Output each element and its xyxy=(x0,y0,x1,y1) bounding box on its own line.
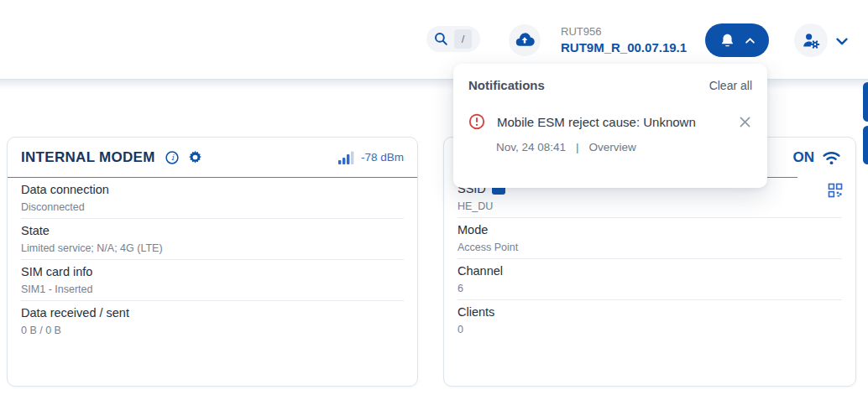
signal-bars-icon xyxy=(338,151,356,164)
row-value: Access Point xyxy=(458,242,842,254)
row-value: Limited service; N/A; 4G (LTE) xyxy=(21,242,404,255)
side-panel-button-top[interactable] xyxy=(863,82,868,122)
notification-item: Mobile ESM reject cause: Unknown xyxy=(468,113,752,130)
row-label: Clients xyxy=(458,305,842,320)
wifi-status-label: ON xyxy=(793,149,815,166)
row-value: HE_DU xyxy=(458,200,842,213)
table-row: Channel 6 xyxy=(458,259,842,300)
search-shortcut-key: / xyxy=(454,29,472,49)
row-label: State xyxy=(21,224,404,238)
device-firmware-link[interactable]: RUT9M_R_00.07.19.1 xyxy=(561,41,687,54)
clear-all-button[interactable]: Clear all xyxy=(709,79,752,92)
table-row: Clients 0 xyxy=(458,300,842,340)
qr-code-icon xyxy=(827,182,844,199)
meta-separator: | xyxy=(576,141,579,153)
row-value: Disconnected xyxy=(21,201,404,214)
row-value: 0 B / 0 B xyxy=(21,325,404,337)
user-menu-button[interactable] xyxy=(794,23,828,57)
close-notification-button[interactable] xyxy=(738,115,752,129)
modem-card-title: INTERNAL MODEM xyxy=(21,149,155,166)
dashboard-page: / RUT956 RUT9M_R_00.07.19.1 xyxy=(0,0,868,395)
row-value: 6 xyxy=(458,283,842,295)
notification-timestamp: Nov, 24 08:41 xyxy=(496,141,566,153)
notifications-panel: Notifications Clear all Mobile ESM rejec… xyxy=(453,64,767,188)
overview-link[interactable]: Overview xyxy=(589,141,636,153)
notification-meta: Nov, 24 08:41 | Overview xyxy=(496,141,752,153)
rms-cloud-button[interactable] xyxy=(509,24,541,56)
table-row: State Limited service; N/A; 4G (LTE) xyxy=(21,219,404,260)
close-icon xyxy=(738,115,752,129)
notification-message: Mobile ESM reject cause: Unknown xyxy=(497,115,726,129)
row-value: 0 xyxy=(458,324,842,336)
internal-modem-card: INTERNAL MODEM i xyxy=(7,137,418,387)
row-label: Mode xyxy=(458,223,842,237)
notifications-title: Notifications xyxy=(468,78,545,92)
table-row: Mode Access Point xyxy=(458,218,842,259)
search-icon xyxy=(433,31,449,47)
search-button[interactable]: / xyxy=(426,26,480,52)
signal-indicator: -78 dBm xyxy=(338,151,404,164)
device-model: RUT956 xyxy=(561,26,687,37)
row-label: Channel xyxy=(458,264,842,278)
table-row: SIM card info SIM1 - Inserted xyxy=(21,260,404,301)
wifi-rows: SSID HE_DU Mode Access Point Channel 6 C… xyxy=(444,177,855,340)
modem-rows: Data connection Disconnected State Limit… xyxy=(8,178,417,341)
chevron-down-icon[interactable] xyxy=(833,32,851,50)
info-button[interactable]: i xyxy=(165,150,180,165)
wifi-status: ON xyxy=(793,148,843,166)
modem-card-header: INTERNAL MODEM i xyxy=(8,138,417,178)
table-row: Data connection Disconnected xyxy=(21,178,404,219)
alert-icon xyxy=(468,113,485,130)
row-label: Data received / sent xyxy=(21,306,404,320)
user-gear-icon xyxy=(801,30,821,50)
notifications-panel-header: Notifications Clear all xyxy=(468,78,752,92)
row-label: SIM card info xyxy=(21,265,404,279)
table-row: Data received / sent 0 B / 0 B xyxy=(21,301,404,341)
bell-icon xyxy=(719,32,736,49)
notifications-button[interactable] xyxy=(705,23,769,57)
row-label: Data connection xyxy=(21,183,404,197)
signal-strength-value: -78 dBm xyxy=(361,151,404,164)
side-panel-button-bottom[interactable] xyxy=(863,126,868,164)
row-value: SIM1 - Inserted xyxy=(21,283,404,296)
cloud-upload-icon xyxy=(515,30,535,50)
wifi-icon xyxy=(821,148,842,166)
qr-code-button[interactable] xyxy=(827,182,844,199)
gear-icon[interactable] xyxy=(187,149,203,165)
chevron-up-icon xyxy=(744,34,756,47)
svg-text:i: i xyxy=(171,153,175,162)
device-info: RUT956 RUT9M_R_00.07.19.1 xyxy=(561,26,687,54)
